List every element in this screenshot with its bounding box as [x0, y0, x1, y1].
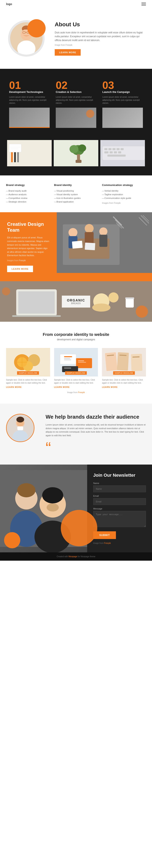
name-label: Name — [93, 482, 146, 485]
svg-rect-93 — [18, 426, 23, 430]
svg-rect-77 — [78, 361, 84, 361]
strategy-item: Icon & illustration guides — [54, 196, 98, 200]
strategy-col-3: Communication strategy Verbal identity T… — [102, 184, 146, 204]
brands-section: We help brands dazzle their audience Lor… — [0, 404, 152, 465]
email-form-group: Email — [93, 495, 146, 505]
svg-rect-78 — [78, 362, 86, 363]
nl-credit-link[interactable]: Freepik — [104, 542, 111, 544]
steps-section: 01 Development Technologies Lorem ipsum … — [0, 69, 152, 139]
fc-title: From corporate identity to website — [6, 332, 146, 337]
strategy-col-1-title: Brand strategy — [6, 184, 50, 187]
strategy-col-2-title: Brand identity — [54, 184, 98, 187]
brands-person-svg — [7, 414, 34, 441]
fc-subtitle: development and digital campaigns — [6, 338, 146, 341]
svg-rect-32 — [110, 151, 113, 153]
dark-images-row — [0, 139, 152, 176]
about-content: About Us Duis aute irure dolor in repreh… — [55, 21, 146, 56]
about-learn-more-button[interactable]: LEARN MORE — [55, 49, 81, 56]
svg-point-101 — [42, 487, 63, 503]
svg-rect-22 — [77, 154, 80, 160]
svg-point-41 — [85, 224, 94, 233]
svg-point-21 — [70, 145, 78, 153]
fc-card-1-text: Sample text. Click to select the text bo… — [6, 378, 50, 384]
card-3-badge: SAMPLE HEADLINE — [113, 371, 135, 375]
dark-image-2 — [54, 140, 98, 166]
name-input[interactable] — [93, 486, 146, 492]
strategy-list-2: Visual positioning Visual identity syste… — [54, 189, 98, 204]
nl-orange-circle-large — [61, 510, 97, 546]
svg-rect-80 — [64, 368, 71, 368]
svg-rect-34 — [118, 151, 121, 153]
name-form-group: Name — [93, 482, 146, 492]
strategy-col-3-title: Communication strategy — [102, 184, 146, 187]
fc-card-3-learn-more[interactable]: LEARN MORE — [102, 386, 146, 388]
svg-point-43 — [99, 227, 107, 236]
strategy-item: Strategic direction — [6, 200, 50, 204]
card-2-badge: SAMPLE HEADLINE — [65, 371, 87, 375]
nl-orange-circle-small — [4, 532, 20, 548]
svg-rect-45 — [72, 241, 83, 249]
creative-team-image — [57, 212, 152, 273]
step-2-title: Creation & Selection — [56, 90, 96, 94]
fc-card-2: SAMPLE HEADLINE Sample text. Click to se… — [54, 348, 98, 388]
step-1-text: Lorem ipsum dolor sit amet, consectetur … — [9, 95, 50, 104]
newsletter-section: Join Our Newsletter Name Email Message S… — [0, 465, 152, 552]
creative-credit-link[interactable]: Freepik — [19, 259, 26, 261]
fc-card-3-image: SAMPLE HEADLINE — [102, 348, 146, 376]
svg-rect-14 — [9, 144, 21, 152]
orange-accent-circle — [27, 19, 46, 37]
footer-link[interactable]: Nicepage — [69, 555, 77, 558]
svg-rect-31 — [104, 151, 108, 153]
fc-cards: SAMPLE HEADLINE Sample text. Click to se… — [6, 348, 146, 388]
organic-title: ORGANIC — [67, 299, 85, 302]
footer-text: Created with Nicepage for Nicepage theme — [6, 555, 146, 558]
svg-rect-27 — [108, 148, 111, 150]
step-3-num: 03 — [102, 80, 143, 90]
email-input[interactable] — [93, 498, 146, 505]
svg-rect-84 — [131, 354, 143, 371]
fc-card-1: SAMPLE HEADLINE Sample text. Click to se… — [6, 348, 50, 388]
dark-image-3 — [100, 140, 145, 166]
svg-rect-23 — [76, 160, 81, 163]
about-image-credit: Image from Freepik — [55, 44, 146, 46]
svg-point-99 — [47, 503, 59, 512]
about-section: About Us Duis aute irure dolor in repreh… — [0, 8, 152, 69]
organic-overlay: ORGANIC BREADS — [62, 296, 90, 308]
logo: logo — [6, 2, 12, 6]
strategy-item: Visual positioning — [54, 189, 98, 193]
strategy-col-2: Brand identity Visual positioning Visual… — [54, 184, 98, 204]
svg-point-62 — [136, 306, 148, 318]
fc-card-1-learn-more[interactable]: LEARN MORE — [6, 386, 50, 388]
svg-point-39 — [69, 228, 77, 237]
strategy-list-1: Brand equity audit Audience analysis Com… — [6, 189, 50, 204]
message-form-group: Message — [93, 507, 146, 528]
step-2-num: 02 — [56, 80, 96, 90]
header: logo — [0, 0, 152, 8]
svg-point-59 — [108, 292, 119, 303]
fc-card-2-learn-more[interactable]: LEARN MORE — [54, 386, 98, 388]
step-3-text: Lorem ipsum dolor sit amet, consectetur … — [102, 95, 143, 104]
plant-scene-svg — [54, 140, 98, 166]
brands-title: We help brands dazzle their audience — [46, 414, 146, 420]
message-label: Message — [93, 507, 146, 510]
about-image-wrap — [6, 18, 47, 59]
fc-card-2-image: SAMPLE HEADLINE — [54, 348, 98, 376]
strategy-item: Audience analysis — [6, 193, 50, 196]
svg-rect-29 — [117, 148, 120, 150]
fc-credit-link[interactable]: Freepik — [78, 391, 85, 394]
images-from-credit: Images from Freepik — [102, 202, 146, 204]
svg-rect-61 — [125, 298, 134, 299]
svg-rect-46 — [85, 243, 95, 250]
message-textarea[interactable] — [93, 511, 146, 527]
creative-learn-more-button[interactable]: LEARN MORE — [7, 266, 33, 272]
from-corporate-section: From corporate identity to website devel… — [0, 322, 152, 404]
desk-scene-svg-1 — [7, 140, 52, 166]
brands-avatar — [6, 414, 34, 442]
brands-content: We help brands dazzle their audience Lor… — [46, 414, 146, 455]
brands-text: Lorem ipsum dolor sit amet, consectetur … — [46, 423, 146, 437]
strategy-item: Brand equity audit — [6, 189, 50, 193]
strategy-item: Communication style guide — [102, 196, 146, 200]
hamburger-menu[interactable] — [142, 3, 146, 5]
fc-card-2-text: Sample text. Click to select the text bo… — [54, 378, 98, 384]
about-title: About Us — [55, 21, 146, 28]
